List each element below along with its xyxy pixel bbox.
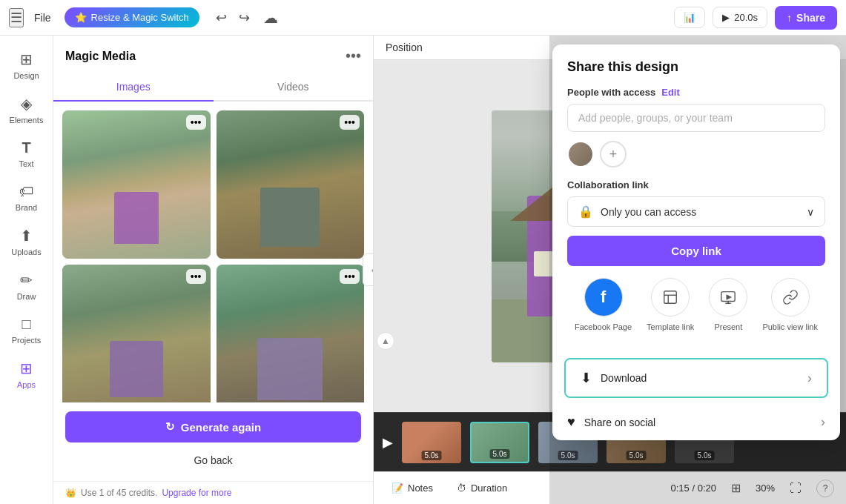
generate-again-button[interactable]: ↻ Generate again xyxy=(65,411,361,442)
topbar: ☰ File ⭐ Resize & Magic Switch ↩ ↪ ☁ 📊 ▶… xyxy=(0,0,846,36)
panel-more-button[interactable]: ••• xyxy=(346,47,361,64)
image-cell-1[interactable]: ••• xyxy=(62,110,211,259)
analytics-icon: 📊 xyxy=(684,12,695,23)
social-chevron-icon: › xyxy=(821,414,825,430)
go-back-button[interactable]: Go back xyxy=(65,448,361,472)
image-menu-1[interactable]: ••• xyxy=(186,115,206,130)
tab-videos[interactable]: Videos xyxy=(214,73,374,102)
collab-dropdown[interactable]: 🔒 Only you can access ∨ xyxy=(567,196,825,227)
sidebar-item-brand[interactable]: 🏷 Brand xyxy=(3,177,50,218)
template-icon xyxy=(651,278,690,316)
canvas-area: Position xyxy=(374,36,846,504)
svg-marker-5 xyxy=(727,295,732,299)
share-panel-inner: Share this design People with access Edi… xyxy=(552,44,840,343)
generate-label: Generate again xyxy=(181,421,261,434)
panel-header: Magic Media ••• xyxy=(53,36,373,73)
image-menu-3[interactable]: ••• xyxy=(186,269,206,284)
public-link-label: Public view link xyxy=(762,322,818,331)
timeline-thumb-2[interactable]: 5.0s xyxy=(470,422,529,463)
image-menu-4[interactable]: ••• xyxy=(340,269,360,284)
panel-collapse-toggle[interactable]: ‹ xyxy=(363,253,374,286)
share-icons-row: f Facebook Page xyxy=(567,278,825,343)
menu-icon[interactable]: ☰ xyxy=(9,8,24,27)
share-template[interactable]: Template link xyxy=(647,278,694,331)
undo-button[interactable]: ↩ xyxy=(213,7,230,29)
panel-content: ••• ••• ••• xyxy=(53,102,373,402)
present-share-icon xyxy=(709,278,747,316)
share-button[interactable]: ↑ Share xyxy=(775,6,837,30)
public-link-icon xyxy=(771,278,810,316)
sidebar-item-elements[interactable]: ◈ Elements xyxy=(3,89,50,130)
svg-rect-1 xyxy=(664,291,677,304)
present-button[interactable]: ▶ 20.0s xyxy=(713,7,767,28)
add-avatar-button[interactable]: + xyxy=(600,141,627,168)
crown-icon: 👑 xyxy=(65,488,76,498)
upgrade-link[interactable]: Upgrade for more xyxy=(162,488,231,498)
duration-label: Duration xyxy=(471,483,507,494)
template-label: Template link xyxy=(647,322,694,331)
notes-button[interactable]: 📝 Notes xyxy=(386,478,439,498)
share-present[interactable]: Present xyxy=(709,278,747,331)
lock-icon: 🔒 xyxy=(578,205,593,219)
undo-redo-group: ↩ ↪ xyxy=(213,7,253,29)
magic-label: Resize & Magic Switch xyxy=(91,12,189,23)
image-menu-2[interactable]: ••• xyxy=(340,115,360,130)
share-public[interactable]: Public view link xyxy=(762,278,818,331)
timeline-play-button[interactable]: ▶ xyxy=(383,434,393,451)
present-time: 20.0s xyxy=(734,12,758,23)
timeline-thumb-1[interactable]: 5.0s xyxy=(402,422,461,463)
image-cell-4[interactable]: ••• xyxy=(217,265,365,403)
sidebar-label-text: Text xyxy=(19,159,33,168)
share-on-social-row[interactable]: ♥ Share on social › xyxy=(552,404,840,440)
icon-sidebar: ⊞ Design ◈ Elements T Text 🏷 Brand ⬆ Upl… xyxy=(0,36,53,504)
sidebar-item-design[interactable]: ⊞ Design xyxy=(3,44,50,86)
facebook-icon: f xyxy=(584,278,623,316)
facebook-label: Facebook Page xyxy=(575,322,632,331)
credits-bar: 👑 Use 1 of 45 credits. Upgrade for more xyxy=(53,481,373,504)
sidebar-label-apps: Apps xyxy=(17,380,36,389)
panel-sidebar: Magic Media ••• Images Videos ••• xyxy=(53,36,374,504)
sidebar-item-apps[interactable]: ⊞ Apps xyxy=(3,354,50,395)
thumb-label-1: 5.0s xyxy=(422,451,442,460)
notes-icon: 📝 xyxy=(391,483,403,494)
add-people-input[interactable] xyxy=(567,104,825,132)
collapse-timeline-toggle[interactable]: ▲ xyxy=(377,332,394,350)
position-label: Position xyxy=(386,42,423,53)
analytics-button[interactable]: 📊 xyxy=(674,7,705,28)
draw-icon: ✏ xyxy=(20,271,33,289)
redo-button[interactable]: ↪ xyxy=(236,7,253,29)
download-label: Download xyxy=(601,372,647,384)
sidebar-label-elements: Elements xyxy=(10,116,44,125)
panel-title: Magic Media xyxy=(65,50,136,63)
uploads-icon: ⬆ xyxy=(20,227,33,245)
tab-images[interactable]: Images xyxy=(53,73,214,102)
image-cell-3[interactable]: ••• xyxy=(62,265,211,403)
cloud-save-button[interactable]: ☁ xyxy=(260,6,281,30)
download-row[interactable]: ⬇ Download › xyxy=(564,358,828,398)
sidebar-label-projects: Projects xyxy=(12,336,42,345)
sidebar-item-projects[interactable]: □ Projects xyxy=(3,310,50,351)
notes-label: Notes xyxy=(408,483,433,494)
sidebar-label-brand: Brand xyxy=(16,203,37,212)
magic-switch-button[interactable]: ⭐ Resize & Magic Switch xyxy=(65,7,199,27)
sidebar-item-uploads[interactable]: ⬆ Uploads xyxy=(3,221,50,262)
image-cell-2[interactable]: ••• xyxy=(217,110,365,259)
projects-icon: □ xyxy=(22,316,30,333)
share-facebook[interactable]: f Facebook Page xyxy=(575,278,632,331)
social-share-icon: ♥ xyxy=(567,414,575,430)
sidebar-item-draw[interactable]: ✏ Draw xyxy=(3,265,50,307)
duration-button[interactable]: ⏱ Duration xyxy=(451,478,513,498)
file-menu[interactable]: File xyxy=(34,12,51,24)
elements-icon: ◈ xyxy=(21,95,32,113)
sidebar-item-text[interactable]: T Text xyxy=(3,133,50,174)
text-icon: T xyxy=(22,139,30,156)
brand-icon: 🏷 xyxy=(19,183,34,200)
image-grid: ••• ••• ••• xyxy=(62,110,364,402)
sidebar-label-draw: Draw xyxy=(17,292,36,301)
collab-label: Collaboration link xyxy=(567,179,825,190)
collab-value: Only you can access xyxy=(601,206,696,218)
copy-link-button[interactable]: Copy link xyxy=(567,236,825,266)
edit-link[interactable]: Edit xyxy=(661,87,680,98)
generate-icon: ↻ xyxy=(165,420,175,434)
share-label: Share xyxy=(796,12,825,24)
